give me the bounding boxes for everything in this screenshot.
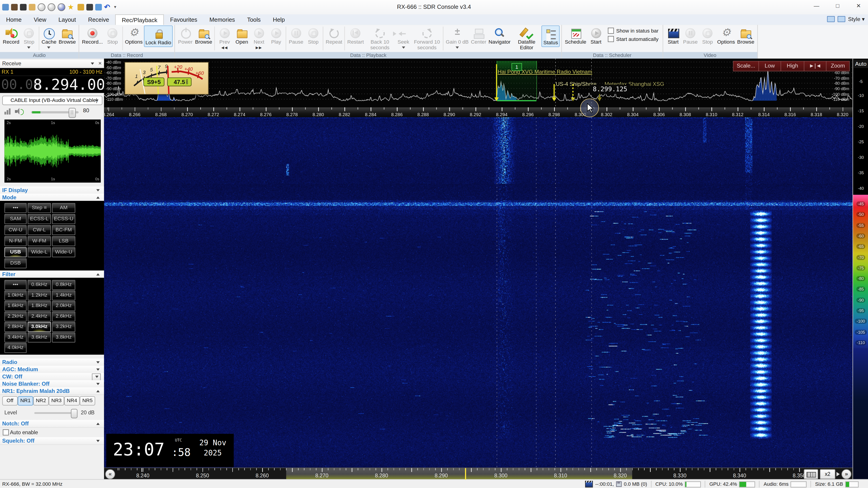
- filter-button-1-0khz[interactable]: 1.0kHz: [4, 291, 27, 300]
- dropdown-icon[interactable]: [456, 46, 459, 48]
- cw-dropdown-button[interactable]: [92, 373, 101, 381]
- audio-stop-button[interactable]: Stop: [21, 26, 38, 49]
- colorbar-auto-button[interactable]: Auto: [854, 60, 868, 68]
- maximize-button[interactable]: □: [831, 1, 844, 11]
- tab-tools[interactable]: Tools: [241, 14, 267, 24]
- scroll-left-button[interactable]: «: [105, 469, 115, 479]
- data-playback-navigator-button[interactable]: Navigator: [487, 26, 512, 46]
- data-playback-pause-button[interactable]: Pause: [287, 26, 305, 46]
- filter-button-2-4khz[interactable]: 2.4kHz: [28, 312, 51, 322]
- audio-cache-button[interactable]: Cache: [40, 26, 58, 49]
- data-playback-status-button[interactable]: Status: [541, 26, 560, 47]
- nr-level-slider[interactable]: [34, 412, 78, 414]
- spectrum-button-low[interactable]: Low: [758, 61, 781, 71]
- nr1-section-header[interactable]: NR1: Ephraim Malah 20dB: [0, 387, 104, 395]
- data-record-record-button[interactable]: Record...: [81, 26, 104, 46]
- mode-button-ecss-l[interactable]: ECSS-L: [28, 214, 51, 224]
- cw-section-header[interactable]: CW: Off: [0, 373, 104, 381]
- data-record-stop-button[interactable]: Stop: [104, 26, 121, 46]
- tab-view[interactable]: View: [28, 14, 52, 24]
- station-label-haiphong[interactable]: Hai Pong XVG Maritime Radio Vietnam: [498, 69, 592, 75]
- filter-button-0-8khz[interactable]: 0.8kHz: [52, 280, 75, 290]
- mode-button-lsb[interactable]: LSB: [52, 236, 75, 246]
- frequency-display[interactable]: 00.00 8.294.000: [0, 76, 104, 93]
- video-start-button[interactable]: Start: [664, 26, 682, 46]
- mode-button-bc-fm[interactable]: BC-FM: [52, 225, 75, 235]
- mode-button-cw-l[interactable]: CW-L: [28, 225, 51, 235]
- tab-memories[interactable]: Memories: [204, 14, 241, 24]
- filter-button-3-4khz[interactable]: 3.4kHz: [4, 332, 27, 343]
- data-playback-repeat-button[interactable]: Repeat: [324, 26, 343, 46]
- spectrum-button-[interactable]: ►|◄: [804, 61, 827, 71]
- filter-section-header[interactable]: Filter: [0, 271, 104, 278]
- filter-button-2-6khz[interactable]: 2.6kHz: [52, 312, 75, 322]
- data-record-options-button[interactable]: ⚙Options: [124, 26, 144, 46]
- nr-button-nr5[interactable]: NR5: [80, 396, 95, 405]
- data-record-lock-radio-button[interactable]: Lock Radio: [144, 26, 173, 47]
- filter-button-1-4khz[interactable]: 1.4kHz: [52, 291, 75, 300]
- filter-button-1-8khz[interactable]: 1.8kHz: [28, 301, 51, 311]
- data-playback-datafile-editor-button[interactable]: Datafile Editor: [512, 26, 541, 51]
- video-stop-button[interactable]: Stop: [699, 26, 716, 46]
- nr-button-nr1[interactable]: NR1: [18, 396, 33, 405]
- nr-button-nr4[interactable]: NR4: [64, 396, 80, 405]
- checkbox-box[interactable]: [608, 36, 614, 42]
- tab-receive[interactable]: Receive: [82, 14, 115, 24]
- mode-button-w-fm[interactable]: W-FM: [28, 236, 51, 246]
- style-button[interactable]: Style ▾: [848, 16, 865, 22]
- filter-button-2-2khz[interactable]: 2.2kHz: [4, 312, 27, 322]
- waterfall-display[interactable]: 23:07 :58 UTC 29 Nov 2025: [104, 117, 852, 467]
- data-playback-center-button[interactable]: Center: [470, 26, 487, 46]
- spectrum-display[interactable]: 1 Hai Pong XVG Maritime Radio Vietnam US…: [104, 59, 852, 118]
- receive-panel-header[interactable]: Receive ✕: [0, 60, 104, 67]
- data-playback-play-button[interactable]: Play: [268, 26, 285, 46]
- checkbox-box[interactable]: [608, 28, 614, 34]
- data-playback-restart-button[interactable]: Restart: [346, 26, 365, 46]
- keyboard-entry-button[interactable]: [804, 469, 818, 479]
- scroll-right-button[interactable]: »: [841, 469, 851, 479]
- data-playback-back-10-seconds-button[interactable]: Back 10 seconds: [365, 26, 395, 51]
- mode-section-header[interactable]: Mode: [0, 194, 104, 201]
- filter-button-4-0khz[interactable]: 4.0kHz: [4, 343, 27, 353]
- tab-rec-playback[interactable]: Rec/Playback: [115, 14, 164, 26]
- monitor-icon[interactable]: [827, 16, 835, 22]
- spectrum-button-zoom[interactable]: Zoom: [826, 61, 850, 71]
- tab-help[interactable]: Help: [267, 14, 291, 24]
- filter-button-1-6khz[interactable]: 1.6kHz: [4, 301, 27, 311]
- data-playback-prev-button[interactable]: Prev◀◀: [216, 26, 233, 50]
- data-playback-stop-button[interactable]: Stop: [305, 26, 322, 46]
- video-pause-button[interactable]: Pause: [682, 26, 699, 46]
- mode-button-am[interactable]: AM: [52, 203, 75, 213]
- panel-collapse-icon[interactable]: [91, 63, 94, 65]
- mode-button-sam[interactable]: SAM: [4, 214, 27, 224]
- filter-button-3-2khz[interactable]: 3.2kHz: [52, 322, 75, 332]
- filter-button-3-0khz[interactable]: 3.0kHz: [28, 322, 51, 332]
- play-small-icon[interactable]: [836, 472, 840, 477]
- mode-button-usb[interactable]: USB: [4, 248, 27, 257]
- audio-record-button[interactable]: Record: [2, 26, 20, 46]
- squelch-section-header[interactable]: Squelch: Off: [0, 437, 104, 445]
- nr-button-off[interactable]: Off: [2, 396, 18, 405]
- mode-button-dsb[interactable]: DSB: [4, 258, 27, 268]
- agc-section-header[interactable]: AGC: Medium: [0, 366, 104, 373]
- tab-favourites[interactable]: Favourites: [164, 14, 204, 24]
- filter-button-1-2khz[interactable]: 1.2kHz: [28, 291, 51, 300]
- if-display-section-header[interactable]: IF Display: [0, 186, 104, 194]
- auto-enable-checkbox[interactable]: [3, 429, 9, 435]
- radio-section-header[interactable]: Radio: [0, 359, 104, 366]
- dropdown-icon[interactable]: [27, 46, 31, 48]
- filter-button-[interactable]: •••: [4, 280, 27, 290]
- volume-slider-handle[interactable]: [69, 108, 76, 118]
- data-playback-next-button[interactable]: Next▶▶: [250, 26, 268, 50]
- checkbox-show-in-status-bar[interactable]: Show in status bar: [608, 28, 658, 34]
- filter-button-3-8khz[interactable]: 3.8kHz: [52, 332, 75, 343]
- band-navigation-bar[interactable]: 8.2408.2508.2608.2708.2808.2908.3008.310…: [104, 467, 852, 480]
- video-options-button[interactable]: ⚙Options: [716, 26, 736, 46]
- mode-button-cw-u[interactable]: CW-U: [4, 225, 27, 235]
- data-scheduler-schedule-button[interactable]: Schedule: [564, 26, 587, 46]
- monitor-icon[interactable]: [837, 16, 845, 22]
- mode-button-wide-u[interactable]: Wide-U: [52, 248, 75, 257]
- checkbox-start-automatically[interactable]: Start automatically: [608, 36, 658, 42]
- notch-section-header[interactable]: Notch: Off: [0, 420, 104, 428]
- data-playback-gain-0-db-button[interactable]: ±Gain 0 dB: [445, 26, 470, 49]
